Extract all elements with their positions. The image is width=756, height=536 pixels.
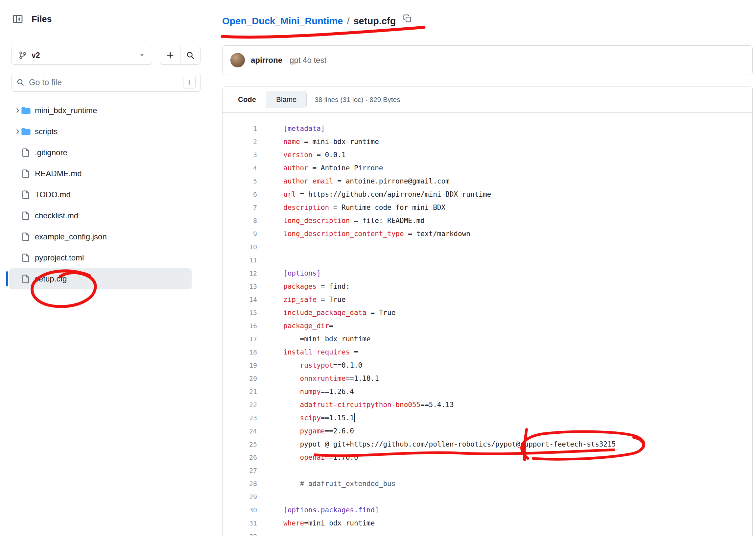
code-line-10: 10 [223,240,752,253]
line-content: [options] [257,267,321,280]
file-icon [21,253,35,262]
line-content: zip_safe = True [257,293,346,306]
line-number[interactable]: 2 [223,135,257,148]
line-content: name = mini-bdx-runtime [257,135,379,148]
code-line-32: 32 [223,530,752,536]
line-number[interactable]: 16 [223,319,257,332]
code-line-21: 21 numpy==1.26.4 [223,385,752,398]
line-content: author = Antoine Pirrone [257,161,383,175]
line-content: rustypot==0.1.0 [257,359,362,372]
line-number[interactable]: 21 [223,385,257,398]
line-number[interactable]: 19 [223,359,257,372]
line-number[interactable]: 15 [223,306,257,319]
code-line-9: 9long_description_content_type = text/ma… [223,227,752,240]
line-number[interactable]: 27 [223,464,257,477]
line-number[interactable]: 25 [223,438,257,451]
code-line-2: 2name = mini-bdx-runtime [223,135,752,148]
line-number[interactable]: 7 [223,201,257,214]
code-line-31: 31where=mini_bdx_runtime [223,517,752,530]
text-cursor [354,413,355,422]
line-number[interactable]: 22 [223,398,257,411]
line-number[interactable]: 10 [223,240,257,253]
code-line-19: 19 rustypot==0.1.0 [223,359,752,372]
tree-item--gitignore[interactable]: .gitignore [9,142,192,163]
line-content [257,530,283,536]
search-icon [186,51,195,59]
code-line-13: 13packages = find: [223,280,752,293]
code-line-26: 26 openai==1.70.0 [223,451,752,464]
code-line-4: 4author = Antoine Pirrone [223,161,752,175]
chevron-right-icon[interactable] [9,107,21,114]
tree-item-label: .gitignore [35,148,67,157]
active-file-indicator [6,271,8,286]
code-line-25: 25 pypot @ git+https://github.com/pollen… [223,438,752,451]
line-number[interactable]: 26 [223,451,257,464]
tree-action-buttons [160,46,201,65]
new-file-button[interactable] [160,46,180,64]
breadcrumb-repo-link[interactable]: Open_Duck_Mini_Runtime [222,16,343,27]
collapse-sidebar-button[interactable] [10,11,26,27]
file-icon [21,148,35,157]
file-stats: 38 lines (31 loc) · 829 Bytes [315,96,400,104]
avatar[interactable] [231,53,245,67]
line-number[interactable]: 6 [223,188,257,201]
copy-path-button[interactable] [401,14,414,23]
line-content: =mini_bdx_runtime [257,332,371,346]
line-number[interactable]: 14 [223,293,257,306]
files-panel-title: Files [32,14,52,24]
tree-item-todo-md[interactable]: TODO.md [9,184,192,205]
file-tree: mini_bdx_runtimescripts.gitignoreREADME.… [9,100,192,289]
line-number[interactable]: 18 [223,346,257,359]
line-content: where=mini_bdx_runtime [257,517,375,530]
line-content: long_description_content_type = text/mar… [257,227,470,240]
line-number[interactable]: 28 [223,477,257,490]
go-to-file-input[interactable] [28,77,179,87]
code-line-23: 23 scipy==1.15.1 [223,411,752,424]
tree-item-readme-md[interactable]: README.md [9,163,192,184]
line-content: [options.packages.find] [257,503,379,517]
line-number[interactable]: 23 [223,411,257,424]
line-number[interactable]: 3 [223,148,257,161]
line-content: [metadata] [257,122,325,135]
tree-item-pyproject-toml[interactable]: pyproject.toml [9,247,192,268]
line-number[interactable]: 1 [223,122,257,135]
line-number[interactable]: 13 [223,280,257,293]
search-tree-button[interactable] [180,46,200,64]
line-number[interactable]: 30 [223,503,257,517]
line-number[interactable]: 31 [223,517,257,530]
tree-item-setup-cfg[interactable]: setup.cfg [9,268,192,289]
file-icon [21,274,35,284]
tree-item-checklist-md[interactable]: checklist.md [9,205,192,226]
file-icon [21,211,35,220]
tab-code[interactable]: Code [228,91,266,108]
line-number[interactable]: 9 [223,227,257,240]
code-line-20: 20 onnxruntime==1.18.1 [223,372,752,385]
line-number[interactable]: 29 [223,490,257,503]
line-number[interactable]: 32 [223,530,257,536]
file-icon [21,190,35,199]
tab-blame[interactable]: Blame [266,91,306,108]
line-number[interactable]: 8 [223,214,257,227]
code-line-18: 18install_requires = [223,346,752,359]
line-number[interactable]: 12 [223,267,257,280]
branch-selector[interactable]: v2 [12,46,152,65]
tree-item-scripts[interactable]: scripts [9,121,192,142]
line-number[interactable]: 5 [223,175,257,188]
tree-item-label: mini_bdx_runtime [35,106,97,115]
tree-item-mini-bdx-runtime[interactable]: mini_bdx_runtime [9,100,192,121]
branch-row: v2 [12,46,201,65]
line-number[interactable]: 4 [223,161,257,175]
line-content: url = https://github.com/apirrone/mini_B… [257,188,491,201]
code-line-22: 22 adafruit-circuitpython-bno055==5.4.13 [223,398,752,411]
line-number[interactable]: 20 [223,372,257,385]
keyboard-shortcut-hint: t [183,76,196,88]
tree-item-label: scripts [35,127,57,136]
commit-message[interactable]: gpt 4o test [290,55,327,65]
file-view-main: Open_Duck_Mini_Runtime / setup.cfg apirr… [212,0,756,536]
line-number[interactable]: 17 [223,332,257,346]
tree-item-example-config-json[interactable]: example_config.json [9,226,192,247]
chevron-right-icon[interactable] [9,128,21,135]
line-number[interactable]: 11 [223,253,257,267]
commit-author[interactable]: apirrone [251,55,282,65]
line-number[interactable]: 24 [223,424,257,438]
